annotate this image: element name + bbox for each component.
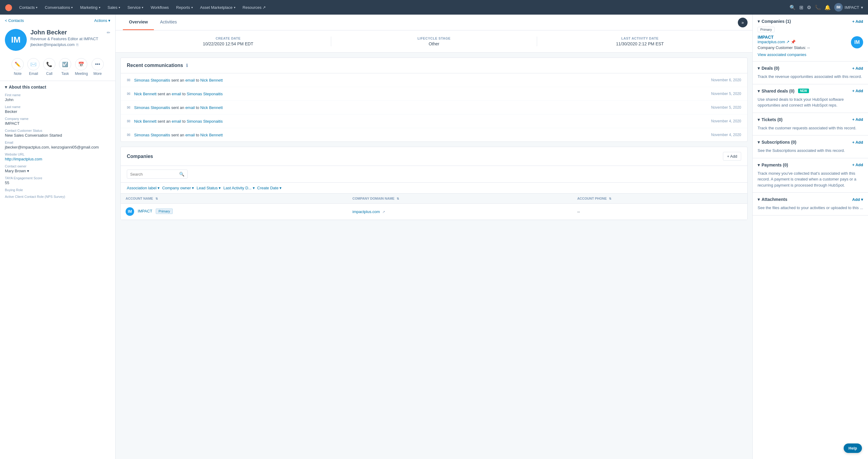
copy-email-icon[interactable]: ⎘ xyxy=(76,42,79,47)
edit-contact-icon[interactable]: ✏ xyxy=(107,30,111,35)
nav-asset-marketplace[interactable]: Asset Marketplace ▾ xyxy=(197,4,239,11)
nav-workflows[interactable]: Workflows xyxy=(148,4,172,11)
filter-association-label[interactable]: Association label ▾ xyxy=(127,186,160,190)
tab-overview[interactable]: Overview xyxy=(123,15,154,30)
email-action-link[interactable]: email xyxy=(172,92,181,96)
add-company-right-button[interactable]: + Add xyxy=(852,19,863,24)
nav-sales[interactable]: Sales ▾ xyxy=(104,4,123,11)
filter-create-date[interactable]: Create Date ▾ xyxy=(257,186,282,190)
col-phone: ACCOUNT PHONE ⇅ xyxy=(572,194,747,204)
help-button[interactable]: Help xyxy=(844,443,862,453)
add-subscription-button[interactable]: + Add xyxy=(852,140,863,145)
breadcrumb-contacts[interactable]: < Contacts xyxy=(5,18,24,23)
deals-desc: Track the revenue opportunities associat… xyxy=(757,74,863,80)
phone-icon[interactable]: 📞 xyxy=(815,5,821,10)
col-account-name: ACCOUNT NAME ⇅ xyxy=(121,194,348,204)
note-button[interactable]: ✏️ Note xyxy=(11,58,24,76)
stat-value-create-date: 10/22/2020 12:54 PM EDT xyxy=(203,41,253,46)
contact-email-link[interactable]: jbecker@impactplus.com xyxy=(30,42,74,47)
filter-row: Association label ▾ Company owner ▾ Lead… xyxy=(121,183,747,194)
right-companies-title[interactable]: ▾ Companies (1) xyxy=(757,19,791,24)
actions-button[interactable]: Actions ▾ xyxy=(94,18,111,23)
nav-service[interactable]: Service ▾ xyxy=(124,4,146,11)
comm-date: November 4, 2020 xyxy=(711,119,741,123)
field-value-website[interactable]: http://impactplus.com xyxy=(5,157,111,161)
right-payments-chevron: ▾ xyxy=(757,163,760,167)
filter-last-activity[interactable]: Last Activity D... ▾ xyxy=(223,186,254,190)
company-name-link[interactable]: IMPACT xyxy=(138,209,152,213)
right-deals-title[interactable]: ▾ Deals (0) xyxy=(757,66,779,70)
user-menu[interactable]: IM IMPACT ▾ xyxy=(834,3,863,11)
add-attachment-button[interactable]: Add ▾ xyxy=(852,197,863,202)
sender-link[interactable]: Simonas Steponaitis xyxy=(134,105,170,110)
search-input[interactable] xyxy=(130,172,177,176)
email-action-link[interactable]: email xyxy=(185,105,195,110)
recipient-link[interactable]: Nick Bennett xyxy=(200,105,223,110)
tickets-desc: Track the customer requests associated w… xyxy=(757,125,863,131)
right-subscriptions-title[interactable]: ▾ Subscriptions (0) xyxy=(757,140,796,145)
recipient-link[interactable]: Nick Bennett xyxy=(200,133,223,137)
add-payment-button[interactable]: + Add xyxy=(852,163,863,167)
email-action-link[interactable]: email xyxy=(185,78,195,83)
subscriptions-desc: See the Subscriptions associated with th… xyxy=(757,148,863,154)
right-tickets-title[interactable]: ▾ Tickets (0) xyxy=(757,117,782,122)
right-attachments-header: ▾ Attachments Add ▾ xyxy=(757,197,863,202)
right-attachments-title[interactable]: ▾ Attachments xyxy=(757,197,787,202)
task-button[interactable]: ☑️ Task xyxy=(59,58,71,76)
filter-lead-status[interactable]: Lead Status ▾ xyxy=(196,186,221,190)
email-icon: ✉️ xyxy=(27,58,39,70)
settings-icon[interactable]: ⚙ xyxy=(807,5,811,10)
sender-link[interactable]: Simonas Steponaitis xyxy=(134,78,170,83)
add-ticket-button[interactable]: + Add xyxy=(852,117,863,122)
email-button[interactable]: ✉️ Email xyxy=(27,58,39,76)
recipient-link[interactable]: Simonas Steponaitis xyxy=(187,92,223,96)
more-button[interactable]: ••• More xyxy=(92,58,104,76)
hubspot-logo[interactable]: ⬤ xyxy=(5,3,12,11)
right-shared-deals-title[interactable]: ▾ Shared deals (0) NEW xyxy=(757,89,809,93)
notifications-icon[interactable]: 🔔 xyxy=(825,5,831,10)
table-row: IM IMPACT Primary impactplus.com ↗ -- xyxy=(121,204,747,220)
sender-link[interactable]: Simonas Steponaitis xyxy=(134,133,170,137)
external-link-icon: ↗ xyxy=(382,210,385,214)
contact-title: Revenue & Features Editor at IMPACT xyxy=(30,36,111,41)
company-website[interactable]: impactplus.com ↗ 📌 xyxy=(757,39,848,44)
stat-value-last-activity: 11/30/2020 2:12 PM EST xyxy=(616,41,663,46)
meeting-icon: 📅 xyxy=(75,58,87,70)
company-status: Company Customer Status: -- xyxy=(757,45,848,50)
field-value-owner[interactable]: Mary Brown ▾ xyxy=(5,169,111,173)
recipient-link[interactable]: Simonas Steponaitis xyxy=(187,119,223,123)
search-icon[interactable]: 🔍 xyxy=(789,5,796,10)
email-comm-icon: ✉ xyxy=(127,133,130,137)
meeting-button[interactable]: 📅 Meeting xyxy=(75,58,88,76)
recipient-link[interactable]: Nick Bennett xyxy=(200,78,223,83)
company-domain-link[interactable]: impactplus.com xyxy=(352,209,380,214)
add-company-button[interactable]: + Add xyxy=(723,152,741,161)
add-deal-button[interactable]: + Add xyxy=(852,66,863,70)
user-label: IMPACT xyxy=(845,5,859,10)
right-payments-title[interactable]: ▾ Payments (0) xyxy=(757,163,788,167)
nav-reports[interactable]: Reports ▾ xyxy=(173,4,196,11)
nav-contacts[interactable]: Contacts ▾ xyxy=(16,4,40,11)
left-sidebar: < Contacts Actions ▾ IM John Becker Reve… xyxy=(0,15,116,459)
call-button[interactable]: 📞 Call xyxy=(43,58,55,76)
email-action-link[interactable]: email xyxy=(172,119,181,123)
field-label-nps-survey: Active Client Contact Role (NPS Survey) xyxy=(5,195,111,198)
expand-panel-button[interactable]: » xyxy=(738,18,748,27)
primary-tag: Primary xyxy=(757,27,775,32)
filter-company-owner[interactable]: Company owner ▾ xyxy=(162,186,194,190)
sender-link[interactable]: Nick Bennett xyxy=(134,92,157,96)
sender-link[interactable]: Nick Bennett xyxy=(134,119,157,123)
nav-resources[interactable]: Resources ↗ xyxy=(240,4,269,11)
tab-activities[interactable]: Activities xyxy=(154,15,183,30)
nav-marketing[interactable]: Marketing ▾ xyxy=(77,4,103,11)
recent-comms-info-icon[interactable]: ℹ xyxy=(186,63,188,68)
add-shared-deal-button[interactable]: + Add xyxy=(852,89,863,93)
view-associated-companies-link[interactable]: View associated companies xyxy=(757,52,806,57)
marketplace-icon[interactable]: ⊞ xyxy=(799,5,803,10)
about-section-title[interactable]: ▾ About this contact xyxy=(5,85,111,89)
field-label-email: Email xyxy=(5,141,111,144)
email-action-link[interactable]: email xyxy=(185,133,195,137)
comm-item: ✉ Nick Bennett sent an email to Simonas … xyxy=(121,87,747,101)
nav-conversations[interactable]: Conversations ▾ xyxy=(42,4,76,11)
right-company-name-link[interactable]: IMPACT xyxy=(757,35,774,39)
